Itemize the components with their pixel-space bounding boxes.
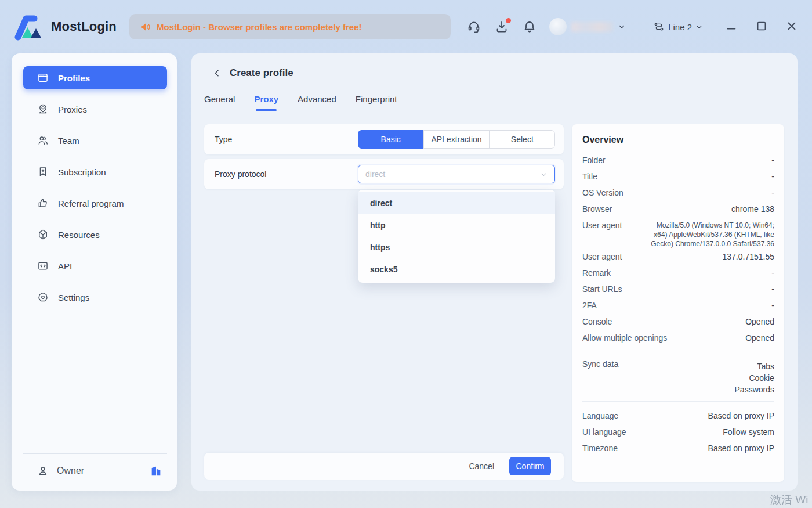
- type-option-api-extraction[interactable]: API extraction: [423, 130, 489, 149]
- activation-watermark: 激活 Wi: [770, 492, 808, 507]
- owner-label: Owner: [57, 466, 84, 476]
- overview-panel: Overview Folder - Title - OS Version - B…: [572, 124, 784, 482]
- route-icon: [653, 21, 665, 33]
- sidebar-item-label: Team: [58, 136, 79, 146]
- type-segmented-control: Basic API extraction Select: [358, 130, 555, 149]
- overview-row-console: Console Opened: [582, 314, 774, 330]
- line-label: Line 2: [668, 22, 692, 32]
- sidebar-item-resources[interactable]: Resources: [23, 223, 167, 246]
- chevron-down-icon: [540, 171, 548, 178]
- dropdown-option-socks5[interactable]: socks5: [358, 258, 555, 280]
- overview-row-title: Title -: [582, 168, 774, 185]
- sidebar: Profiles Proxies Team Subscription Refer…: [12, 53, 177, 491]
- overview-row-user-agent: User agent Mozilla/5.0 (Windows NT 10.0;…: [582, 217, 774, 248]
- sidebar-item-label: Subscription: [58, 167, 106, 177]
- type-option-basic[interactable]: Basic: [358, 130, 423, 149]
- type-label: Type: [215, 135, 232, 144]
- app-header: MostLogin MostLogin - Browser profiles a…: [0, 0, 812, 53]
- back-icon[interactable]: [212, 69, 222, 78]
- overview-title: Overview: [582, 135, 774, 145]
- proxy-protocol-label: Proxy protocol: [215, 170, 266, 179]
- overview-row-language: Language Based on proxy IP: [582, 408, 774, 424]
- tab-fingerprint[interactable]: Fingerprint: [356, 94, 397, 111]
- overview-row-remark: Remark -: [582, 265, 774, 281]
- create-profile-panel: Create profile General Proxy Advanced Fi…: [191, 53, 798, 491]
- confirm-button[interactable]: Confirm: [509, 457, 551, 475]
- announcement-text: MostLogin - Browser profiles are complet…: [157, 22, 361, 32]
- bell-icon[interactable]: [523, 20, 536, 34]
- sidebar-item-label: Proxies: [58, 105, 87, 114]
- browser-window-icon: [37, 72, 49, 84]
- overview-row-start-urls: Start URLs -: [582, 281, 774, 297]
- sidebar-footer: Owner: [23, 453, 167, 491]
- dropdown-option-https[interactable]: https: [358, 236, 555, 258]
- breadcrumb: Create profile: [212, 67, 293, 79]
- maximize-icon[interactable]: [755, 20, 769, 34]
- header-divider: [640, 20, 640, 33]
- proxy-protocol-row: Proxy protocol direct: [204, 159, 564, 189]
- sidebar-item-label: Referral program: [58, 199, 124, 208]
- settings-icon: [37, 291, 49, 303]
- sidebar-item-api[interactable]: API: [23, 254, 167, 278]
- location-pin-icon: [37, 103, 49, 115]
- person-icon: [37, 465, 49, 477]
- chevron-down-icon: [618, 23, 626, 31]
- overview-row-allow-multiple-openings: Allow multiple openings Opened: [582, 330, 774, 346]
- building-icon[interactable]: [150, 464, 162, 477]
- overview-row-user-agent-version: User agent 137.0.7151.55: [582, 248, 774, 265]
- avatar: [549, 18, 567, 35]
- user-account-menu[interactable]: [549, 18, 626, 35]
- proxy-protocol-select[interactable]: direct: [358, 165, 555, 183]
- sidebar-item-proxies[interactable]: Proxies: [23, 98, 167, 121]
- thumbs-up-icon: [37, 197, 49, 209]
- support-headset-icon[interactable]: [467, 20, 481, 34]
- close-icon[interactable]: [785, 20, 799, 34]
- brand-title: MostLogin: [51, 19, 117, 34]
- speaker-icon: [140, 21, 151, 33]
- sidebar-item-label: API: [58, 261, 72, 271]
- sidebar-item-label: Settings: [58, 293, 89, 302]
- dropdown-option-direct[interactable]: direct: [358, 192, 555, 214]
- select-placeholder: direct: [365, 170, 385, 179]
- profile-tabs: General Proxy Advanced Fingerprint: [204, 94, 397, 111]
- dropdown-option-http[interactable]: http: [358, 214, 555, 236]
- minimize-icon[interactable]: [725, 20, 739, 34]
- overview-divider: [582, 401, 774, 402]
- overview-row-ui-language: UI language Follow system: [582, 424, 774, 440]
- sidebar-item-settings[interactable]: Settings: [23, 286, 167, 309]
- sidebar-item-profiles[interactable]: Profiles: [23, 66, 167, 89]
- type-option-select[interactable]: Select: [490, 130, 555, 149]
- package-icon: [37, 229, 49, 240]
- notification-dot: [506, 18, 511, 23]
- cancel-button[interactable]: Cancel: [469, 462, 494, 471]
- code-window-icon: [37, 260, 49, 272]
- overview-row-timezone: Timezone Based on proxy IP: [582, 440, 774, 456]
- sidebar-item-referral-program[interactable]: Referral program: [23, 192, 167, 215]
- overview-row-2fa: 2FA -: [582, 297, 774, 314]
- type-row: Type Basic API extraction Select: [204, 124, 564, 154]
- tab-general[interactable]: General: [204, 94, 235, 111]
- bookmark-plus-icon: [37, 166, 49, 178]
- page-title: Create profile: [230, 67, 293, 79]
- sidebar-item-subscription[interactable]: Subscription: [23, 160, 167, 183]
- sidebar-item-label: Resources: [58, 230, 100, 240]
- overview-row-sync-data: Sync data Tabs Cookie Passwords: [582, 358, 774, 395]
- overview-row-browser: Browser chrome 138: [582, 201, 774, 217]
- tab-proxy[interactable]: Proxy: [254, 94, 278, 111]
- mostlogin-logo-icon: [13, 13, 45, 41]
- announcement-banner[interactable]: MostLogin - Browser profiles are complet…: [129, 14, 451, 39]
- proxy-protocol-dropdown: direct http https socks5: [358, 190, 555, 283]
- username-blurred: [571, 22, 613, 32]
- chevron-down-icon: [695, 23, 703, 31]
- line-selector[interactable]: Line 2: [653, 21, 703, 33]
- overview-row-os-version: OS Version -: [582, 185, 774, 201]
- overview-row-folder: Folder -: [582, 152, 774, 168]
- overview-divider: [582, 352, 774, 352]
- sidebar-item-label: Profiles: [58, 73, 90, 83]
- download-icon[interactable]: [495, 20, 509, 34]
- sidebar-item-team[interactable]: Team: [23, 129, 167, 152]
- users-icon: [37, 135, 49, 146]
- form-footer: Cancel Confirm: [204, 453, 564, 480]
- tab-advanced[interactable]: Advanced: [298, 94, 336, 111]
